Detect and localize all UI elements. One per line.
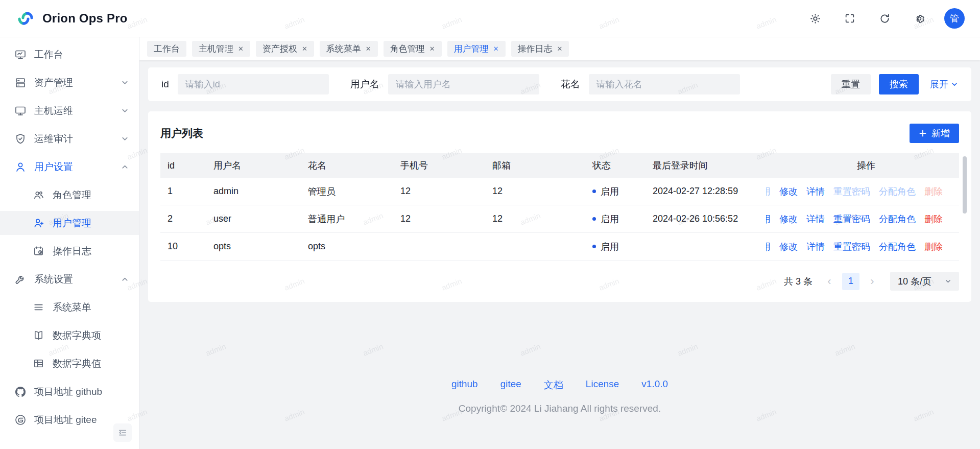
footer-link-github[interactable]: github	[451, 379, 478, 392]
prev-page-icon[interactable]: ‹	[822, 273, 837, 290]
cell-status: 启用	[585, 241, 646, 253]
sidebar-item-dict-values[interactable]: 数据字典值	[0, 351, 139, 375]
sidebar-item-ops-audit[interactable]: 运维审计	[0, 127, 139, 151]
edit-link[interactable]: 修改	[779, 241, 798, 253]
refresh-button[interactable]	[875, 9, 894, 28]
sidebar-item-role-management[interactable]: 角色管理	[0, 183, 139, 207]
cell-last-login: 2024-02-27 12:28:59	[646, 186, 766, 197]
app-title: Orion Ops Pro	[42, 11, 128, 26]
close-icon[interactable]: ✕	[429, 45, 435, 53]
cell-username: user	[206, 214, 301, 224]
delete-link[interactable]: 删除	[924, 241, 943, 253]
chevron-down-icon	[945, 278, 951, 285]
footer-link-license[interactable]: License	[586, 379, 619, 392]
tab-system-menu[interactable]: 系统菜单 ✕	[320, 41, 378, 57]
disable-link[interactable]: 停用	[766, 241, 771, 253]
tab-role-management[interactable]: 角色管理 ✕	[384, 41, 442, 57]
add-user-button[interactable]: 新增	[910, 124, 959, 143]
tab-asset-authorization[interactable]: 资产授权 ✕	[256, 41, 314, 57]
sidebar-item-system-menu[interactable]: 系统菜单	[0, 295, 139, 319]
refresh-icon	[879, 13, 891, 25]
next-page-icon[interactable]: ›	[865, 273, 880, 290]
detail-link[interactable]: 详情	[806, 213, 825, 225]
sidebar-item-system-settings[interactable]: 系统设置	[0, 267, 139, 291]
footer-link-version[interactable]: v1.0.0	[641, 379, 668, 392]
reset-button[interactable]: 重置	[831, 74, 871, 94]
sidebar-item-assets[interactable]: 资产管理	[0, 70, 139, 94]
tab-workbench[interactable]: 工作台	[147, 41, 186, 57]
close-icon[interactable]: ✕	[493, 45, 499, 53]
username-input[interactable]	[388, 74, 539, 94]
footer-link-gitee[interactable]: gitee	[500, 379, 521, 392]
edit-link[interactable]: 修改	[779, 213, 798, 225]
theme-toggle-button[interactable]	[805, 9, 825, 28]
shield-check-icon	[14, 133, 27, 145]
disable-link[interactable]: 停用	[766, 213, 771, 225]
gitee-icon	[14, 414, 27, 426]
chevron-down-icon	[121, 135, 129, 143]
tab-operation-log[interactable]: 操作日志 ✕	[511, 41, 569, 57]
delete-link[interactable]: 删除	[924, 213, 943, 225]
sidebar-item-label: 数据字典项	[53, 329, 101, 342]
sidebar-item-dict-keys[interactable]: 数据字典项	[0, 323, 139, 347]
sidebar-item-label: 系统设置	[34, 273, 73, 286]
reset-password-link[interactable]: 重置密码	[833, 213, 870, 225]
table-row: 1 admin 管理员 12 12 启用 2024-02-27 12:28:59…	[160, 178, 959, 205]
tab-label: 操作日志	[518, 43, 553, 55]
fullscreen-button[interactable]	[840, 9, 859, 28]
gear-icon	[914, 13, 925, 25]
book-icon	[33, 329, 45, 342]
field-label: id	[161, 79, 169, 90]
sidebar-item-user-management[interactable]: 用户管理	[0, 211, 139, 235]
cell-nickname: 管理员	[301, 185, 393, 198]
footer-link-docs[interactable]: 文档	[544, 379, 563, 392]
sidebar-item-workbench[interactable]: 工作台	[0, 42, 139, 66]
id-input[interactable]	[178, 74, 329, 94]
page-size-select[interactable]: 10 条/页	[890, 272, 959, 291]
sidebar-item-user-settings[interactable]: 用户设置	[0, 155, 139, 179]
sidebar-item-github[interactable]: 项目地址 github	[0, 380, 139, 404]
cell-id: 2	[160, 214, 206, 224]
avatar[interactable]: 管	[944, 8, 965, 29]
assign-role-link[interactable]: 分配角色	[879, 213, 916, 225]
sidebar-item-label: 项目地址 gitee	[34, 413, 97, 427]
tab-host-management[interactable]: 主机管理 ✕	[192, 41, 250, 57]
tab-label: 角色管理	[390, 43, 425, 55]
menu-lines-icon	[33, 301, 45, 314]
page-number-1[interactable]: 1	[842, 273, 859, 290]
cell-status: 启用	[585, 213, 646, 225]
edit-link[interactable]: 修改	[779, 185, 798, 198]
table-scrollbar[interactable]	[963, 156, 967, 214]
table-grid-icon	[33, 358, 45, 370]
close-icon[interactable]: ✕	[366, 45, 371, 53]
cell-last-login: 2024-02-26 10:56:52	[646, 214, 766, 224]
tab-user-management[interactable]: 用户管理 ✕	[447, 41, 506, 57]
close-icon[interactable]: ✕	[557, 45, 563, 53]
sidebar-item-host-ops[interactable]: 主机运维	[0, 99, 139, 123]
cell-actions: 停用 修改 详情 重置密码 分配角色 删除	[766, 185, 959, 198]
users-icon	[33, 189, 45, 201]
cell-nickname: opts	[301, 241, 393, 252]
assign-role-link[interactable]: 分配角色	[879, 241, 916, 253]
detail-link[interactable]: 详情	[806, 185, 825, 198]
tab-label: 工作台	[154, 43, 180, 55]
header-actions: 管	[805, 8, 965, 29]
tab-bar: 工作台 主机管理 ✕ 资产授权 ✕ 系统菜单 ✕ 角色管理 ✕ 用户管理 ✕ 操…	[139, 37, 980, 60]
cell-mobile: 12	[393, 186, 485, 197]
disable-link: 停用	[766, 185, 771, 198]
detail-link[interactable]: 详情	[806, 241, 825, 253]
close-icon[interactable]: ✕	[302, 45, 307, 53]
sidebar-item-operation-log[interactable]: 操作日志	[0, 239, 139, 263]
search-button[interactable]: 搜索	[879, 74, 919, 94]
column-header-id: id	[160, 160, 206, 171]
tab-label: 主机管理	[199, 43, 233, 55]
page-footer: github gitee 文档 License v1.0.0 Copyright…	[139, 379, 980, 414]
settings-button[interactable]	[910, 9, 929, 28]
column-header-nickname: 花名	[301, 159, 393, 172]
sidebar-collapse-button[interactable]	[113, 423, 132, 442]
user-plus-icon	[33, 217, 45, 229]
expand-toggle[interactable]: 展开	[930, 78, 958, 90]
reset-password-link[interactable]: 重置密码	[833, 241, 870, 253]
nickname-input[interactable]	[589, 74, 740, 94]
close-icon[interactable]: ✕	[238, 45, 244, 53]
